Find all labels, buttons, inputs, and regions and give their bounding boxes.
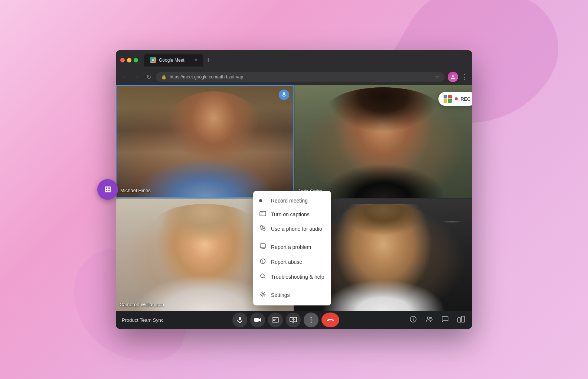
browser-content: Michael Hines Jada Smith [116,85,472,329]
profile-avatar[interactable] [448,72,458,82]
tab-favicon [150,57,156,63]
svg-rect-32 [458,318,461,322]
svg-rect-6 [260,244,265,248]
report-abuse-icon [259,258,267,266]
address-bar[interactable]: 🔒 https://meet.google.com/ath-bzut-vap ☆ [156,72,445,82]
bookmark-icon[interactable]: ☆ [435,74,440,80]
captions-toolbar-button[interactable] [268,312,283,327]
rec-text: REC [461,96,471,102]
menu-report-abuse-label: Report abuse [271,259,302,265]
lock-icon: 🔒 [161,74,167,80]
cameron-name-label: Cameron Williamson [120,302,164,307]
svg-rect-19 [254,318,259,322]
reload-button[interactable]: ↻ [144,74,153,81]
video-cell-michael: Michael Hines [116,85,294,198]
svg-point-24 [311,317,312,318]
forward-button[interactable]: → [132,74,141,80]
menu-settings-label: Settings [271,292,290,298]
address-bar-row: ← → ↻ 🔒 https://meet.google.com/ath-bzut… [120,69,468,85]
browser-titlebar: Google Meet × + [120,54,468,67]
menu-item-record[interactable]: Record meeting [253,194,331,207]
captions-icon [259,211,267,218]
floating-app-icon[interactable]: ⊞ [97,179,118,200]
svg-point-31 [430,317,432,319]
close-button[interactable] [120,58,125,62]
svg-point-26 [311,322,312,323]
troubleshoot-icon [259,273,267,281]
browser-more-button[interactable]: ⋮ [461,73,468,81]
menu-divider-2 [253,286,331,286]
mic-button[interactable] [232,312,247,327]
svg-point-29 [413,318,414,318]
browser-chrome: Google Meet × + ← → ↻ 🔒 https://meet.goo… [116,50,472,85]
more-options-button[interactable] [304,312,318,327]
svg-point-15 [262,294,264,295]
meeting-name-label: Product Team Sync [122,317,163,323]
menu-item-report-abuse[interactable]: Report abuse [253,255,331,269]
context-menu: Record meeting Turn on captions [253,191,331,305]
toolbar-center [232,312,339,327]
svg-rect-33 [461,316,464,322]
google-meet-icon [444,95,452,103]
camera-button[interactable] [250,312,265,327]
svg-point-25 [311,320,312,321]
menu-divider-1 [253,238,331,238]
record-icon [259,199,267,202]
menu-record-label: Record meeting [271,198,308,204]
url-text: https://meet.google.com/ath-bzut-vap [170,74,432,80]
svg-rect-16 [239,317,241,320]
menu-item-report-problem[interactable]: Report a problem [253,240,331,255]
menu-item-settings[interactable]: Settings [253,288,331,302]
menu-report-problem-label: Report a problem [271,244,311,250]
settings-icon [259,291,267,299]
traffic-lights [120,58,138,62]
new-tab-button[interactable]: + [205,56,212,64]
tab-close-button[interactable]: × [195,57,197,63]
svg-rect-20 [272,318,279,322]
end-call-button[interactable] [321,312,339,327]
meeting-toolbar: Product Team Sync [116,311,472,329]
menu-item-troubleshoot[interactable]: Troubleshooting & help [253,269,331,284]
svg-point-30 [427,317,429,319]
report-problem-icon [259,243,267,251]
rec-badge: REC [438,92,472,106]
michael-video [117,86,293,197]
menu-item-captions[interactable]: Turn on captions [253,207,331,221]
menu-troubleshoot-label: Troubleshooting & help [271,274,324,280]
tab-bar: Google Meet × + [144,54,212,67]
svg-line-14 [264,277,265,278]
menu-captions-label: Turn on captions [271,211,310,217]
menu-phone-label: Use a phone for audio [271,226,322,232]
svg-rect-1 [283,92,285,95]
back-button[interactable]: ← [120,74,129,80]
info-button[interactable] [408,314,418,325]
floating-icon-letter: ⊞ [104,185,111,194]
michael-name-label: Michael Hines [120,188,151,193]
toolbar-right [408,314,466,325]
browser-window: Google Meet × + ← → ↻ 🔒 https://meet.goo… [116,50,472,329]
svg-rect-3 [260,211,266,216]
phone-audio-icon [259,225,267,233]
minimize-button[interactable] [127,58,131,62]
present-button[interactable] [286,312,301,327]
fullscreen-button[interactable] [134,58,138,62]
svg-point-12 [262,262,263,263]
tab-title: Google Meet [159,58,192,63]
rec-dot [455,97,458,100]
people-button[interactable] [424,315,434,325]
menu-item-phone[interactable]: Use a phone for audio [253,221,331,236]
video-cell-jada: Jada Smith REC [294,85,472,198]
active-tab[interactable]: Google Meet × [144,54,203,67]
michael-mic-indicator [279,90,289,100]
activities-button[interactable] [456,314,466,325]
chat-button[interactable] [440,314,450,325]
